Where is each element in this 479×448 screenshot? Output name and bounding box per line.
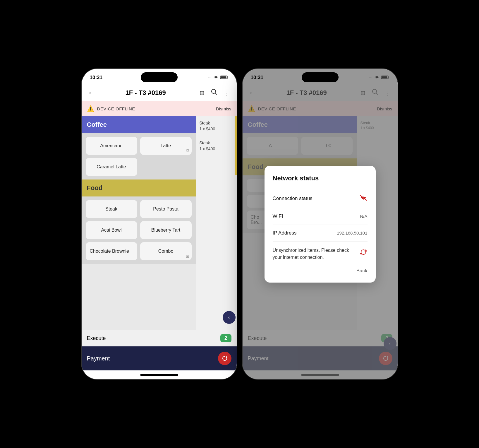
back-button-1[interactable]: ‹ — [87, 88, 94, 98]
coffee-items-grid: Americano Latte ⧉ Caramel Latte — [82, 133, 196, 179]
status-icons-1: ··· — [208, 75, 229, 80]
dismiss-button-1[interactable]: Dismiss — [216, 106, 231, 111]
battery-icon — [220, 75, 229, 80]
table-icon-1[interactable]: ⊞ — [198, 88, 206, 98]
collapse-button-1[interactable]: ‹ — [223, 311, 236, 324]
main-content-1: Coffee Americano Latte ⧉ Caramel Latte — [82, 116, 237, 379]
order-item-2-detail: 1 x $400 — [200, 146, 233, 152]
item-acai-bowl[interactable]: Acai Bowl — [86, 221, 137, 239]
sync-icon-btn-1[interactable] — [218, 352, 231, 365]
ip-label: IP Address — [273, 230, 297, 236]
execute-badge-1: 2 — [220, 334, 231, 342]
connection-status-row: Connection status — [273, 189, 368, 208]
wifi-value: N/A — [360, 214, 367, 219]
ip-row: IP Address 192.168.50.101 — [273, 225, 368, 242]
order-item-1[interactable]: Steak 1 x $400 — [196, 116, 237, 136]
offline-banner-1: ⚠️ DEVICE OFFLINE Dismiss — [82, 101, 237, 116]
yellow-bar-1 — [235, 116, 237, 175]
copy-icon-latte: ⧉ — [186, 148, 189, 153]
phone-2: 10:31 ··· — [243, 69, 398, 379]
item-combo[interactable]: Combo ⊞ — [140, 242, 192, 260]
connection-label: Connection status — [273, 196, 313, 201]
nav-title-1: 1F - T3 #0169 — [97, 89, 195, 97]
grid-icon-combo: ⊞ — [186, 254, 189, 259]
home-bar-1 — [140, 374, 178, 376]
order-item-2[interactable]: Steak 1 x $400 — [196, 136, 237, 156]
svg-rect-1 — [221, 76, 226, 78]
modal-overlay: Network status Connection status — [243, 69, 398, 379]
dots-icon: ··· — [208, 75, 212, 80]
phone-1: 10:31 ··· — [82, 69, 237, 379]
payment-bar-1: Payment — [82, 346, 237, 370]
wifi-off-icon — [359, 194, 368, 203]
item-caramel-latte[interactable]: Caramel Latte — [86, 158, 137, 176]
item-chocolate-brownie[interactable]: Chocolate Brownie — [86, 242, 137, 260]
execute-label-1[interactable]: Execute — [87, 335, 106, 341]
food-header-1[interactable]: Food — [82, 179, 196, 196]
nav-bar-1: ‹ 1F - T3 #0169 ⊞ ⋮ — [82, 85, 237, 101]
search-icon-1[interactable] — [209, 88, 219, 98]
item-steak[interactable]: Steak — [86, 200, 137, 218]
item-blueberry-tart[interactable]: Blueberry Tart — [140, 221, 192, 239]
warning-icon-1: ⚠️ — [87, 105, 94, 112]
unsync-icon — [359, 248, 368, 259]
modal-back-button[interactable]: Back — [273, 264, 368, 274]
wifi-label: WIFI — [273, 213, 283, 219]
order-item-1-name: Steak — [200, 120, 233, 126]
order-item-1-detail: 1 x $400 — [200, 126, 233, 132]
dynamic-island-1 — [141, 72, 178, 82]
more-icon-1[interactable]: ⋮ — [222, 88, 231, 98]
status-bar-1: 10:31 ··· — [82, 69, 237, 85]
food-items-grid: Steak Pesto Pasta Acai Bowl Blueberry Ta… — [82, 196, 196, 264]
category-panel-1: Coffee Americano Latte ⧉ Caramel Latte — [82, 116, 196, 330]
time-1: 10:31 — [90, 75, 102, 81]
modal-title: Network status — [273, 175, 368, 182]
unsync-message: Unsynchronized items. Please check your … — [273, 247, 356, 261]
item-pesto-pasta[interactable]: Pesto Pasta — [140, 200, 192, 218]
wifi-row: WIFI N/A — [273, 208, 368, 225]
network-status-modal: Network status Connection status — [265, 166, 376, 283]
item-latte[interactable]: Latte ⧉ — [140, 137, 192, 155]
coffee-header-1[interactable]: Coffee — [82, 116, 196, 133]
home-indicator-1 — [82, 370, 237, 379]
order-panel-1: Steak 1 x $400 Steak 1 x $400 — [196, 116, 237, 330]
wifi-icon — [213, 75, 219, 80]
order-item-2-name: Steak — [200, 140, 233, 146]
offline-text-1: DEVICE OFFLINE — [97, 106, 213, 111]
item-americano[interactable]: Americano — [86, 137, 137, 155]
payment-label-1[interactable]: Payment — [87, 355, 110, 362]
ip-value: 192.168.50.101 — [337, 230, 367, 235]
execute-bar-1: Execute 2 — [82, 330, 237, 346]
unsync-message-row: Unsynchronized items. Please check your … — [273, 242, 368, 264]
